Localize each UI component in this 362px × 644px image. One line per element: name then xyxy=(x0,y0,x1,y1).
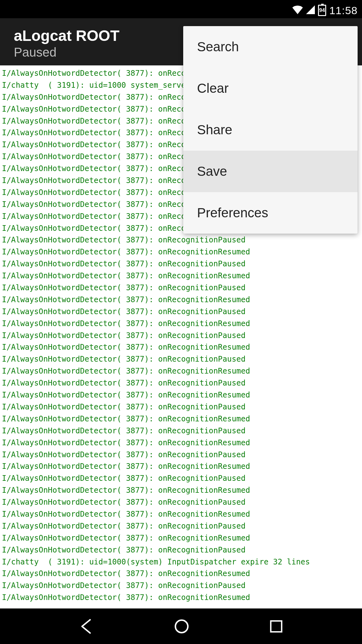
log-line: I/AlwaysOnHotwordDetector( 3877): onReco… xyxy=(2,508,360,520)
device-frame: 94 11:58 aLogcat ROOT Paused I/AlwaysOnH… xyxy=(0,0,362,644)
svg-rect-1 xyxy=(271,621,282,632)
log-line: I/AlwaysOnHotwordDetector( 3877): onReco… xyxy=(2,413,360,425)
log-line: I/AlwaysOnHotwordDetector( 3877): onReco… xyxy=(2,389,360,401)
menu-item-preferences[interactable]: Preferences xyxy=(183,192,358,234)
log-line: I/AlwaysOnHotwordDetector( 3877): onReco… xyxy=(2,377,360,389)
log-line: I/AlwaysOnHotwordDetector( 3877): onReco… xyxy=(2,330,360,341)
log-line: I/AlwaysOnHotwordDetector( 3877): onReco… xyxy=(2,460,360,472)
log-line: I/AlwaysOnHotwordDetector( 3877): onReco… xyxy=(2,294,360,306)
menu-item-clear[interactable]: Clear xyxy=(183,68,358,109)
menu-item-share[interactable]: Share xyxy=(183,109,358,151)
log-line: I/AlwaysOnHotwordDetector( 3877): onReco… xyxy=(2,270,360,282)
log-line: I/AlwaysOnHotwordDetector( 3877): onReco… xyxy=(2,258,360,270)
log-line: I/AlwaysOnHotwordDetector( 3877): onReco… xyxy=(2,496,360,508)
log-line: I/AlwaysOnHotwordDetector( 3877): onReco… xyxy=(2,591,360,603)
log-line: I/AlwaysOnHotwordDetector( 3877): onReco… xyxy=(2,282,360,294)
home-button[interactable] xyxy=(173,618,190,635)
log-line: I/AlwaysOnHotwordDetector( 3877): onReco… xyxy=(2,484,360,496)
battery-percent: 94 xyxy=(319,6,325,15)
log-line: I/AlwaysOnHotwordDetector( 3877): onReco… xyxy=(2,234,360,246)
log-line: I/AlwaysOnHotwordDetector( 3877): onReco… xyxy=(2,425,360,437)
log-line: I/AlwaysOnHotwordDetector( 3877): onReco… xyxy=(2,472,360,484)
log-line: I/AlwaysOnHotwordDetector( 3877): onReco… xyxy=(2,306,360,318)
nav-bar xyxy=(0,608,362,644)
wifi-icon xyxy=(292,4,303,17)
log-line: I/AlwaysOnHotwordDetector( 3877): onReco… xyxy=(2,520,360,532)
log-line: I/AlwaysOnHotwordDetector( 3877): onReco… xyxy=(2,318,360,330)
cellular-icon xyxy=(306,4,315,17)
log-line: I/AlwaysOnHotwordDetector( 3877): onReco… xyxy=(2,532,360,544)
svg-point-0 xyxy=(175,620,188,633)
recents-button[interactable] xyxy=(268,618,284,635)
log-line: I/AlwaysOnHotwordDetector( 3877): onReco… xyxy=(2,365,360,377)
status-clock: 11:58 xyxy=(329,4,358,17)
screen: 94 11:58 aLogcat ROOT Paused I/AlwaysOnH… xyxy=(0,3,362,608)
battery-icon: 94 xyxy=(318,5,326,16)
overflow-menu: SearchClearShareSavePreferences xyxy=(183,26,358,234)
log-line: I/AlwaysOnHotwordDetector( 3877): onReco… xyxy=(2,449,360,461)
menu-item-save[interactable]: Save xyxy=(183,151,358,192)
log-line: I/chatty ( 3191): uid=1000(system) Input… xyxy=(2,556,360,568)
log-line: I/AlwaysOnHotwordDetector( 3877): onReco… xyxy=(2,341,360,353)
log-line: I/AlwaysOnHotwordDetector( 3877): onReco… xyxy=(2,353,360,365)
menu-item-search[interactable]: Search xyxy=(183,26,358,68)
status-bar: 94 11:58 xyxy=(0,3,362,18)
log-line: I/AlwaysOnHotwordDetector( 3877): onReco… xyxy=(2,580,360,591)
log-line: I/AlwaysOnHotwordDetector( 3877): onReco… xyxy=(2,568,360,580)
back-button[interactable] xyxy=(78,618,95,635)
log-line: I/AlwaysOnHotwordDetector( 3877): onReco… xyxy=(2,437,360,449)
log-line: I/AlwaysOnHotwordDetector( 3877): onReco… xyxy=(2,401,360,413)
log-line: I/AlwaysOnHotwordDetector( 3877): onReco… xyxy=(2,246,360,258)
log-line: I/AlwaysOnHotwordDetector( 3877): onReco… xyxy=(2,544,360,556)
